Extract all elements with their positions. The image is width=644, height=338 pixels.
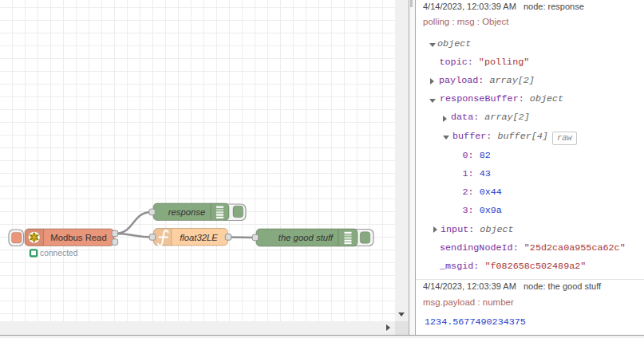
svg-text:connected: connected xyxy=(40,249,78,257)
svg-text:float32LE: float32LE xyxy=(180,233,218,242)
svg-text:the good stuff: the good stuff xyxy=(279,233,334,242)
svg-text:Modbus Read: Modbus Read xyxy=(50,233,106,242)
svg-text:response: response xyxy=(168,207,205,217)
